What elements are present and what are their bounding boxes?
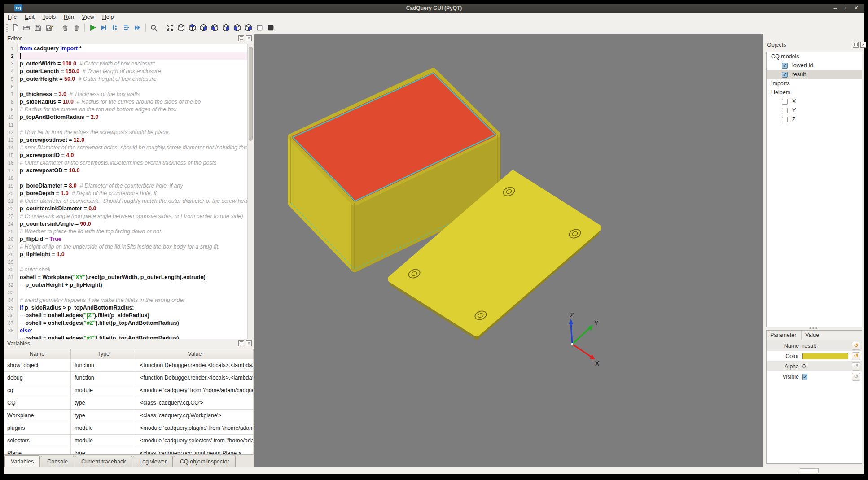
- checkbox[interactable]: [782, 99, 788, 105]
- color-swatch[interactable]: [802, 353, 848, 359]
- editor-scrollbar-thumb[interactable]: [249, 47, 253, 141]
- parameter-value[interactable]: ✓: [802, 374, 852, 380]
- code-editor[interactable]: 1from cadquery import *23p_outerWidth = …: [4, 44, 254, 339]
- tab-cq-object-inspector[interactable]: CQ object inspector: [174, 456, 236, 467]
- zoom-search-button[interactable]: [148, 22, 159, 33]
- checkbox[interactable]: [782, 108, 788, 113]
- checkbox[interactable]: ✓: [782, 63, 788, 69]
- variables-column-header[interactable]: Value: [136, 349, 254, 359]
- cube-iso-button[interactable]: [175, 22, 187, 33]
- line-number: 13: [4, 136, 17, 144]
- visible-checkbox[interactable]: ✓: [802, 374, 807, 380]
- table-cell: cq: [4, 384, 71, 397]
- code-text: # Height of lip on the underside of the …: [17, 243, 219, 251]
- minimize-button[interactable]: –: [831, 4, 840, 12]
- tab-log-viewer[interactable]: Log viewer: [133, 456, 172, 467]
- objects-float-icon[interactable]: [853, 42, 859, 48]
- cube-left-button[interactable]: [232, 22, 243, 33]
- parameter-value[interactable]: 0: [802, 363, 852, 370]
- code-text: # Outer Diameter of the screwposts.\nDet…: [17, 159, 216, 167]
- table-row[interactable]: selectorsmodule<module 'cadquery.selecto…: [4, 435, 254, 447]
- table-row[interactable]: debugfunction<function Debugger.render.<…: [4, 372, 254, 384]
- parameter-label: Color: [767, 353, 802, 359]
- variables-close-icon[interactable]: ×: [246, 340, 252, 346]
- tree-item-lowerlid[interactable]: ✓lowerLid: [767, 61, 862, 70]
- menu-tools[interactable]: Tools: [39, 13, 60, 22]
- toolbar-drag-handle[interactable]: [6, 24, 8, 32]
- step-over-button[interactable]: [121, 22, 132, 33]
- open-folder-button[interactable]: [21, 22, 32, 33]
- parameter-value[interactable]: [802, 353, 852, 359]
- parameter-value[interactable]: result: [802, 343, 852, 349]
- maximize-button[interactable]: +: [841, 4, 850, 12]
- cube-back-button[interactable]: [220, 22, 232, 33]
- revert-button[interactable]: ↺: [852, 373, 860, 381]
- table-row[interactable]: pluginsmodule<module 'cadquery.plugins' …: [4, 422, 254, 435]
- fit-view-button[interactable]: [164, 22, 175, 33]
- text-cursor: [20, 53, 21, 59]
- tab-current-traceback[interactable]: Current traceback: [75, 456, 132, 467]
- step-into-button[interactable]: [110, 22, 121, 33]
- menu-edit[interactable]: Edit: [21, 13, 39, 22]
- table-row[interactable]: show_objectfunction<function Debugger.re…: [4, 359, 254, 372]
- tree-item-y[interactable]: Y: [767, 106, 862, 115]
- axis-z-arrow: [569, 319, 573, 324]
- save-button[interactable]: [32, 22, 44, 33]
- panel-splitter[interactable]: ●●●: [766, 327, 861, 330]
- revert-button[interactable]: ↺: [852, 342, 860, 350]
- clear-trash-button[interactable]: [60, 22, 71, 33]
- code-text: p_screwpostID = 4.0: [17, 152, 74, 159]
- variables-column-header[interactable]: Type: [71, 349, 136, 359]
- objects-close-icon[interactable]: ×: [860, 42, 866, 48]
- variables-float-icon[interactable]: [238, 340, 244, 346]
- close-button[interactable]: ✕: [852, 4, 861, 12]
- revert-button[interactable]: ↺: [852, 352, 860, 360]
- code-text: # weird geometry happens if we make the …: [17, 297, 185, 304]
- editor-scrollbar[interactable]: [247, 44, 254, 339]
- table-row[interactable]: Planetype<class 'cadquery.occ_impl.geom.…: [4, 447, 254, 455]
- tree-item-x[interactable]: X: [767, 97, 862, 106]
- checkbox[interactable]: ✓: [782, 72, 788, 78]
- tab-console[interactable]: Console: [41, 456, 74, 467]
- menu-help[interactable]: Help: [98, 13, 118, 22]
- menu-view[interactable]: View: [78, 13, 98, 22]
- variables-column-header[interactable]: Name: [4, 349, 71, 359]
- table-row[interactable]: Workplanetype<class 'cadquery.cq.Workpla…: [4, 410, 254, 422]
- delete-trash-button[interactable]: [71, 22, 82, 33]
- table-row[interactable]: CQtype<class 'cadquery.cq.CQ'>: [4, 397, 254, 410]
- cube-front-button[interactable]: [209, 22, 220, 33]
- run-button[interactable]: [87, 22, 98, 33]
- revert-button[interactable]: ↺: [852, 362, 860, 371]
- line-number: 16: [4, 159, 17, 167]
- checkbox[interactable]: [782, 117, 788, 122]
- editor-float-icon[interactable]: [238, 35, 244, 41]
- tree-group-cq-models[interactable]: CQ models: [767, 52, 862, 61]
- tree-group-imports[interactable]: Imports: [767, 79, 862, 88]
- menu-file[interactable]: File: [4, 13, 21, 22]
- tree-group-helpers[interactable]: Helpers: [767, 88, 862, 97]
- shaded-square-button[interactable]: [265, 22, 276, 33]
- code-text: # outer shell: [17, 266, 50, 274]
- table-row[interactable]: cqmodule<module 'cadquery' from '/home/a…: [4, 384, 254, 397]
- tab-variables[interactable]: Variables: [4, 455, 40, 467]
- continue-button[interactable]: [132, 22, 143, 33]
- line-number: 17: [4, 167, 17, 175]
- code-text: p_countersinkAngle = 90.0: [17, 220, 91, 228]
- cube-top-button[interactable]: [187, 22, 198, 33]
- tree-item-result[interactable]: ✓result: [767, 70, 862, 79]
- cube-bottom-button[interactable]: [198, 22, 209, 33]
- code-line: 23# Countersink angle (complete angle be…: [4, 213, 254, 220]
- new-file-button[interactable]: [10, 22, 21, 33]
- wireframe-square-button[interactable]: [254, 22, 265, 33]
- save-as-button[interactable]: [44, 22, 55, 33]
- tree-item-z[interactable]: Z: [767, 115, 862, 124]
- editor-close-icon[interactable]: ×: [246, 35, 252, 41]
- cube-right-button[interactable]: [243, 22, 254, 33]
- 3d-viewport[interactable]: Z Y X: [254, 34, 763, 467]
- title-bar[interactable]: cq CadQuery GUI (PyQT) – + ✕: [4, 4, 864, 13]
- debug-button[interactable]: [98, 22, 110, 33]
- status-grip[interactable]: [800, 468, 819, 473]
- menu-run[interactable]: Run: [60, 13, 78, 22]
- code-line: 10p_topAndBottomRadius = 2.0: [4, 113, 254, 121]
- toolbar: [4, 22, 864, 34]
